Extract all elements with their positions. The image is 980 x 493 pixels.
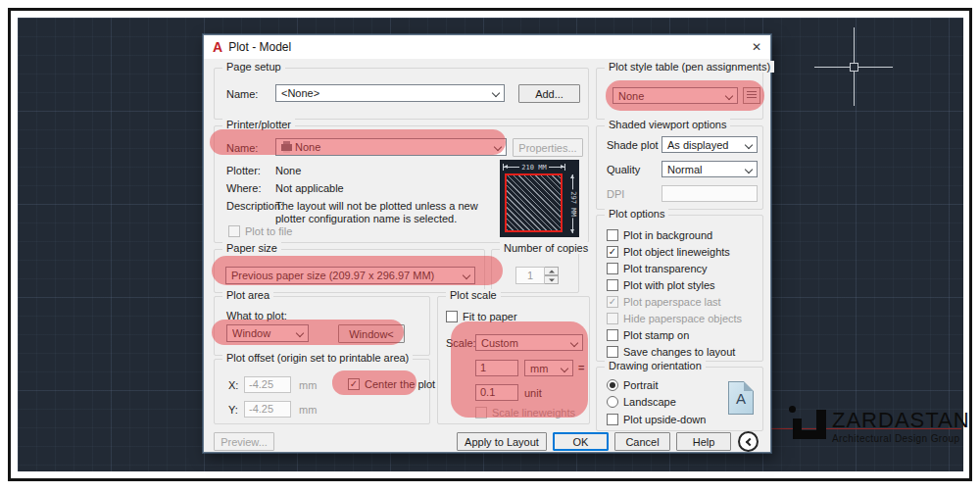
- edit-plot-style-button[interactable]: [743, 87, 760, 104]
- plot-option-row[interactable]: Plot stamp on: [607, 326, 757, 343]
- y-offset-input[interactable]: -4.25: [244, 401, 291, 418]
- unit-label: unit: [524, 387, 542, 399]
- center-the-plot-checkbox[interactable]: [348, 378, 360, 390]
- plotter-value: None: [275, 165, 301, 176]
- chevron-down-icon: [463, 271, 470, 279]
- scale-denominator-input[interactable]: 0.1: [475, 384, 518, 401]
- cancel-button[interactable]: Cancel: [614, 432, 670, 451]
- plot-dialog: A Plot - Model ✕ Page setup Name: <None>…: [203, 34, 771, 453]
- plot-offset-group: Plot offset (origin set to printable are…: [214, 359, 430, 424]
- plot-option-row[interactable]: Plot with plot styles: [607, 276, 757, 293]
- plot-options-legend: Plot options: [605, 208, 668, 220]
- checkbox-label: Save changes to layout: [623, 346, 735, 358]
- checkbox-icon[interactable]: [607, 229, 618, 241]
- scale-combo[interactable]: Custom: [475, 334, 583, 351]
- plot-option-row[interactable]: Save changes to layout: [607, 343, 757, 360]
- preview-button[interactable]: Preview...: [214, 432, 274, 451]
- chevron-down-icon: [745, 166, 753, 173]
- what-to-plot-combo[interactable]: Window: [226, 324, 309, 342]
- properties-button[interactable]: Properties...: [513, 138, 583, 157]
- ok-button[interactable]: OK: [553, 432, 609, 451]
- chevron-down-icon: [494, 143, 502, 151]
- y-label: Y:: [228, 404, 238, 416]
- center-the-plot-label: Center the plot: [365, 378, 435, 390]
- shaded-viewport-group: Shaded viewport options Shade plot As di…: [596, 125, 763, 210]
- landscape-row[interactable]: Landscape: [607, 396, 676, 408]
- page-setup-name-label: Name:: [226, 88, 258, 100]
- scale-numerator-input[interactable]: 1: [475, 360, 518, 376]
- portrait-label: Portrait: [623, 379, 658, 391]
- plot-option-row[interactable]: Plot transparency: [607, 260, 757, 276]
- portrait-radio[interactable]: [607, 379, 618, 391]
- quality-combo[interactable]: Normal: [662, 161, 758, 177]
- checkbox-icon[interactable]: [607, 263, 618, 274]
- dialog-titlebar[interactable]: A Plot - Model ✕: [204, 35, 770, 59]
- upside-down-checkbox[interactable]: [607, 414, 618, 425]
- chevron-down-icon: [561, 365, 568, 372]
- plot-area-group: Plot area What to plot: Window Window<: [214, 296, 430, 356]
- copies-spinner[interactable]: 1: [515, 267, 559, 284]
- checkbox-icon[interactable]: [607, 329, 618, 341]
- orientation-group: Drawing orientation Portrait Landscape P…: [596, 367, 763, 431]
- combo-value: Custom: [481, 335, 566, 351]
- plotter-label: Plotter:: [226, 165, 261, 176]
- combo-value: Window: [232, 325, 292, 341]
- add-button[interactable]: Add...: [518, 84, 580, 103]
- plot-scale-legend: Plot scale: [446, 289, 501, 301]
- plot-option-row[interactable]: Plot in background: [607, 226, 757, 243]
- copies-value[interactable]: 1: [515, 267, 545, 284]
- page-setup-name-combo[interactable]: <None>: [275, 84, 505, 102]
- close-icon[interactable]: ✕: [752, 40, 761, 54]
- scale-lineweights-row[interactable]: Scale lineweights: [475, 407, 575, 419]
- window-button[interactable]: Window<: [338, 324, 405, 343]
- dpi-input[interactable]: [662, 185, 758, 202]
- fit-to-paper-checkbox[interactable]: [446, 311, 458, 322]
- less-options-button[interactable]: [738, 431, 759, 452]
- crosshair-pickbox: [850, 63, 858, 72]
- scale-unit-combo[interactable]: mm: [524, 360, 573, 376]
- fit-to-paper-row[interactable]: Fit to paper: [446, 311, 517, 322]
- portrait-row[interactable]: Portrait: [607, 379, 658, 391]
- chevron-down-icon: [745, 141, 753, 149]
- shaded-viewport-legend: Shaded viewport options: [605, 119, 730, 130]
- checkbox-icon[interactable]: [607, 296, 618, 308]
- plot-style-combo[interactable]: None: [612, 87, 738, 104]
- scale-lineweights-checkbox[interactable]: [475, 407, 487, 419]
- page-setup-legend: Page setup: [222, 61, 285, 73]
- chevron-down-icon: [725, 92, 733, 100]
- printer-name-combo[interactable]: None: [275, 138, 507, 156]
- paper-size-combo[interactable]: Previous paper size (209.97 x 296.97 MM): [225, 267, 475, 284]
- checkbox-icon[interactable]: [607, 279, 618, 291]
- spinner-up-icon[interactable]: [545, 267, 559, 275]
- plot-to-file-row[interactable]: Plot to file: [228, 225, 292, 237]
- apply-to-layout-button[interactable]: Apply to Layout: [457, 432, 547, 451]
- y-unit-label: mm: [299, 404, 317, 416]
- chevron-down-icon: [570, 339, 578, 347]
- screenshot-root: ZARDASTAN Architectural Design Group A P…: [0, 0, 980, 493]
- plot-to-file-checkbox[interactable]: [228, 225, 240, 237]
- scale-lineweights-label: Scale lineweights: [492, 407, 575, 419]
- what-to-plot-label: What to plot:: [226, 310, 287, 321]
- plot-style-group: Plot style table (pen assignments) None: [596, 68, 763, 120]
- landscape-radio[interactable]: [607, 396, 618, 408]
- plot-options-group: Plot options Plot in backgroundPlot obje…: [596, 215, 763, 362]
- printer-group: Printer/plotter Name: None Properties...…: [214, 125, 589, 243]
- checkbox-icon[interactable]: [607, 346, 618, 358]
- checkbox-icon[interactable]: [607, 246, 618, 258]
- shade-plot-combo[interactable]: As displayed: [662, 136, 758, 153]
- checkbox-icon[interactable]: [607, 313, 618, 324]
- checkbox-label: Plot stamp on: [623, 329, 689, 341]
- upside-down-row[interactable]: Plot upside-down: [607, 414, 706, 425]
- paper-size-group: Paper size Previous paper size (209.97 x…: [214, 249, 485, 293]
- center-the-plot-row[interactable]: Center the plot: [348, 378, 435, 390]
- spinner-down-icon[interactable]: [545, 275, 559, 284]
- checkbox-label: Plot in background: [623, 229, 712, 241]
- combo-value: Normal: [667, 162, 741, 177]
- plot-option-row[interactable]: Plot object lineweights: [607, 243, 757, 260]
- help-button[interactable]: Help: [676, 432, 731, 451]
- plot-option-row[interactable]: Hide paperspace objects: [607, 310, 757, 326]
- paper-area-hatch: [505, 173, 563, 232]
- x-offset-input[interactable]: -4.25: [244, 376, 291, 393]
- description-value: The layout will not be plotted unless a …: [275, 200, 497, 225]
- plot-option-row[interactable]: Plot paperspace last: [607, 293, 757, 310]
